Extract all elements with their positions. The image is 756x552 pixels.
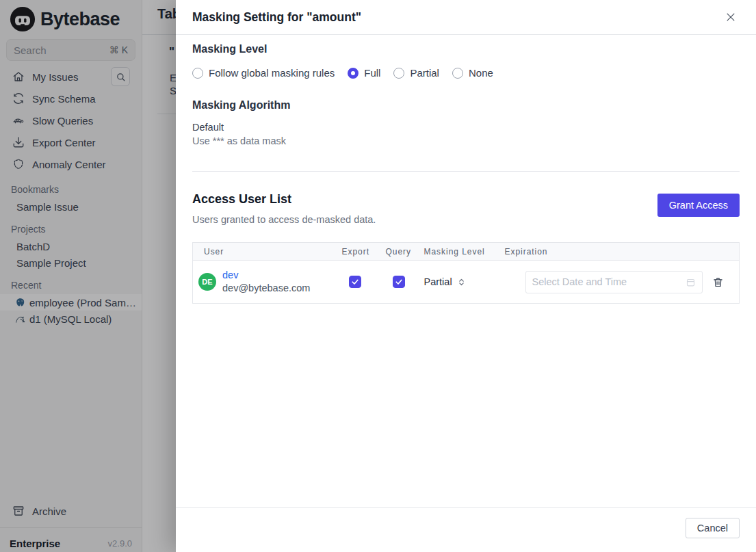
radio-icon[interactable] xyxy=(192,68,203,79)
radio-option-full[interactable]: Full xyxy=(348,67,380,79)
masking-algorithm-heading: Masking Algorithm xyxy=(192,98,740,111)
radio-label: Full xyxy=(364,67,380,79)
radio-option-partial[interactable]: Partial xyxy=(393,67,439,79)
expiration-date-field[interactable] xyxy=(532,276,686,287)
radio-icon[interactable] xyxy=(452,68,463,79)
access-user-table: User Export Query Masking Level Expirati… xyxy=(192,242,740,304)
delete-user-button[interactable] xyxy=(712,276,724,288)
dialog-footer: Cancel xyxy=(176,507,756,552)
expiration-cell xyxy=(499,271,740,293)
access-section-header: Access User List Users granted to access… xyxy=(192,192,740,226)
radio-label: Partial xyxy=(410,67,439,79)
check-icon xyxy=(395,278,403,286)
masking-setting-dialog: Masking Setting for "amount" Masking Lev… xyxy=(176,0,756,552)
masking-level-select-value: Partial xyxy=(424,276,452,287)
trash-icon xyxy=(712,276,724,288)
radio-label: Follow global masking rules xyxy=(209,67,335,79)
check-icon xyxy=(351,278,359,286)
radio-option-none[interactable]: None xyxy=(452,67,493,79)
cancel-button[interactable]: Cancel xyxy=(686,518,740,538)
export-checkbox[interactable] xyxy=(349,276,361,288)
masking-algorithm-description: Use *** as data mask xyxy=(192,134,740,148)
access-user-list-heading: Access User List xyxy=(192,192,376,207)
column-header-query: Query xyxy=(380,243,419,261)
table-header-row: User Export Query Masking Level Expirati… xyxy=(193,243,740,261)
user-email: dev@bytebase.com xyxy=(222,282,310,295)
masking-algorithm-value: Default xyxy=(192,120,740,134)
column-header-user: User xyxy=(193,243,337,261)
radio-icon[interactable] xyxy=(348,68,359,79)
masking-level-select[interactable]: Partial xyxy=(419,276,499,287)
dialog-title: Masking Setting for "amount" xyxy=(192,10,361,25)
access-user-list-subtitle: Users granted to access de-masked data. xyxy=(192,213,376,226)
radio-option-follow-global[interactable]: Follow global masking rules xyxy=(192,67,335,79)
user-name-link[interactable]: dev xyxy=(222,269,310,282)
column-header-export: Export xyxy=(337,243,380,261)
dialog-header: Masking Setting for "amount" xyxy=(176,0,756,35)
query-checkbox[interactable] xyxy=(393,276,405,288)
column-header-expiration: Expiration xyxy=(499,243,740,261)
chevron-up-down-icon xyxy=(457,278,466,287)
expiration-date-input[interactable] xyxy=(525,271,703,293)
grant-access-button[interactable]: Grant Access xyxy=(657,194,740,217)
radio-label: None xyxy=(469,67,493,79)
masking-level-heading: Masking Level xyxy=(192,42,740,55)
radio-icon[interactable] xyxy=(393,68,404,79)
app-screen: Bytebase Search ⌘ K My Issues xyxy=(0,0,756,552)
table-row: DE dev dev@bytebase.com xyxy=(193,261,740,304)
calendar-icon[interactable] xyxy=(686,277,696,287)
close-icon[interactable] xyxy=(725,11,737,23)
user-cell: DE dev dev@bytebase.com xyxy=(193,269,337,295)
dialog-body: Masking Level Follow global masking rule… xyxy=(176,35,756,507)
masking-level-radio-group: Follow global masking rules Full Partial… xyxy=(192,67,740,79)
column-header-masking-level: Masking Level xyxy=(419,243,499,261)
divider xyxy=(192,171,740,172)
avatar: DE xyxy=(198,273,216,291)
